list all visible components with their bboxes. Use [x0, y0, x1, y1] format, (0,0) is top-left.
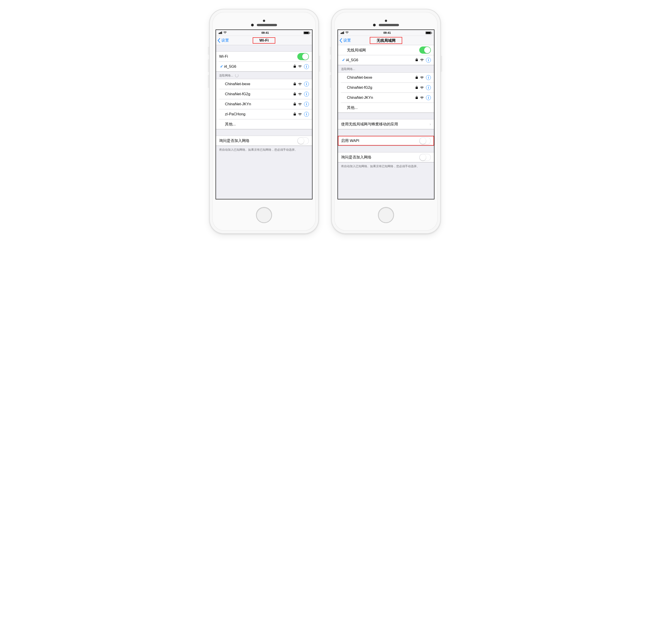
wifi-signal-icon [420, 96, 424, 100]
connected-network-name: i4_5G6 [346, 58, 416, 62]
network-name: ChinaNet-JKYn [347, 96, 416, 100]
ask-join-label: 询问是否加入网络 [341, 155, 419, 160]
network-info-button[interactable]: i [426, 85, 431, 90]
network-info-button[interactable]: i [426, 58, 431, 63]
nav-back-label: 设置 [221, 38, 229, 43]
wapi-row: 启用 WAPI [338, 136, 434, 146]
lock-icon [293, 112, 296, 116]
lock-icon [293, 82, 296, 86]
wifi-toggle[interactable] [419, 46, 431, 54]
network-info-button[interactable]: i [304, 64, 309, 69]
mute-switch [208, 47, 209, 55]
wifi-signal-icon [420, 86, 424, 90]
ask-join-group: 询问是否加入网络 [216, 136, 312, 146]
lock-icon [416, 58, 418, 62]
network-info-button[interactable]: i [426, 95, 431, 100]
network-row[interactable]: ChinaNet-fG2g i [216, 89, 312, 99]
nav-title-highlight: Wi-Fi [253, 37, 275, 43]
wifi-main-group: 无线局域网 ✓ i4_5G6 i [338, 45, 434, 65]
wifi-signal-icon [420, 58, 424, 62]
wifi-signal-icon [298, 92, 302, 96]
network-name: ChinaNet-fG2g [347, 86, 416, 90]
home-button[interactable] [378, 207, 394, 223]
wapi-label: 启用 WAPI [341, 138, 419, 143]
network-info-button[interactable]: i [304, 92, 309, 97]
front-camera-icon [385, 20, 387, 22]
lock-icon [416, 86, 418, 90]
connected-network-name: i4_5G6 [224, 64, 293, 69]
ask-join-toggle[interactable] [297, 137, 309, 144]
ask-join-toggle[interactable] [419, 154, 431, 161]
front-camera-icon [263, 20, 265, 22]
choose-network-label: 选取网络... [219, 73, 233, 77]
status-bar: 09:41 [216, 30, 312, 36]
network-name: ChinaNet-JKYn [225, 102, 293, 106]
connected-network-row[interactable]: ✓ i4_5G6 i [216, 62, 312, 71]
networks-group: ChinaNet-bexe i ChinaNet-fG2g i [216, 79, 312, 129]
connected-network-row[interactable]: ✓ i4_5G6 i [338, 55, 434, 65]
network-row[interactable]: ChinaNet-fG2g i [338, 83, 434, 93]
network-row[interactable]: ChinaNet-JKYn i [338, 93, 434, 103]
wifi-toggle-row: Wi-Fi [216, 52, 312, 62]
lock-icon [293, 92, 296, 96]
nav-title: Wi-Fi [259, 38, 268, 42]
network-name: zl-PaCHong [225, 112, 293, 116]
lock-icon [416, 96, 418, 100]
phone-device-right: 09:41 设置 无线局域网 无线局域网 [331, 9, 441, 234]
wapi-toggle[interactable] [419, 137, 431, 144]
apps-using-row[interactable]: 使用无线局域网与蜂窝移动的应用 › [338, 120, 434, 129]
battery-icon [303, 32, 310, 34]
power-button [319, 56, 320, 71]
network-row[interactable]: ChinaNet-JKYn i [216, 99, 312, 109]
wifi-signal-icon [420, 76, 424, 79]
status-time: 09:41 [261, 31, 269, 34]
nav-back-button[interactable]: 设置 [216, 38, 229, 43]
wifi-signal-icon [298, 102, 302, 106]
status-bar: 09:41 [338, 30, 434, 36]
network-info-button[interactable]: i [304, 81, 309, 87]
network-info-button[interactable]: i [304, 102, 309, 107]
earpiece-speaker-icon [257, 24, 277, 26]
wifi-toggle-label: Wi-Fi [219, 54, 297, 59]
network-info-button[interactable]: i [304, 112, 309, 117]
home-button[interactable] [256, 207, 272, 223]
ask-join-row: 询问是否加入网络 [216, 136, 312, 146]
nav-title-highlight: 无线局域网 [370, 37, 402, 44]
network-info-button[interactable]: i [426, 75, 431, 80]
wifi-signal-icon [298, 65, 302, 68]
wapi-group: 启用 WAPI [338, 136, 434, 146]
other-network-row[interactable]: 其他... [338, 103, 434, 113]
nav-back-button[interactable]: 设置 [338, 38, 351, 43]
choose-network-label: 选取网络... [341, 67, 355, 71]
proximity-sensor-icon [251, 24, 254, 26]
proximity-sensor-icon [373, 24, 376, 26]
wifi-status-icon [223, 31, 227, 34]
volume-up-button [330, 60, 331, 72]
ask-join-label: 询问是否加入网络 [219, 138, 297, 143]
phone-device-left: 09:41 设置 Wi-Fi Wi-Fi [209, 9, 319, 234]
ask-join-group: 询问是否加入网络 [338, 152, 434, 163]
other-network-row[interactable]: 其他... [216, 120, 312, 129]
battery-icon [426, 32, 431, 34]
network-row[interactable]: ChinaNet-bexe i [216, 79, 312, 89]
network-row[interactable]: zl-PaCHong i [216, 109, 312, 119]
network-name: ChinaNet-bexe [347, 75, 416, 80]
other-network-label: 其他... [225, 122, 309, 127]
network-row[interactable]: ChinaNet-bexe i [338, 73, 434, 82]
wifi-signal-icon [298, 82, 302, 86]
chevron-right-icon: › [430, 122, 431, 127]
status-time: 09:41 [383, 31, 391, 34]
volume-down-button [208, 75, 209, 88]
nav-bar: 设置 无线局域网 [338, 36, 434, 45]
apps-using-label: 使用无线局域网与蜂窝移动的应用 [341, 122, 428, 127]
chevron-left-icon [217, 38, 220, 43]
chevron-left-icon [339, 38, 342, 43]
loading-spinner-icon [235, 74, 239, 77]
ask-join-row: 询问是否加入网络 [338, 152, 434, 162]
wifi-toggle[interactable] [297, 53, 309, 60]
volume-down-button [330, 75, 331, 88]
wifi-main-group: Wi-Fi ✓ i4_5G6 i [216, 52, 312, 72]
wifi-status-icon [345, 31, 349, 34]
ask-join-note: 将自动加入已知网络。如果没有已知网络，您必须手动选择。 [338, 163, 434, 171]
volume-up-button [208, 60, 209, 72]
